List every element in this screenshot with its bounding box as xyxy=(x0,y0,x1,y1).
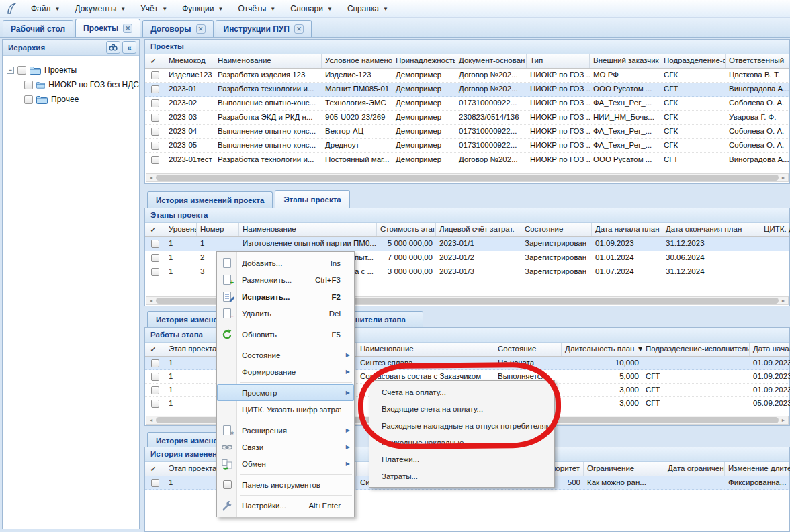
column-header[interactable]: Дата окончания план xyxy=(662,223,760,236)
menu-item-state[interactable]: Состояние▶ xyxy=(217,347,354,363)
tab-project-history[interactable]: История изменений проекта xyxy=(147,191,273,208)
tree-item-projects[interactable]: − Проекты xyxy=(7,62,139,77)
column-header[interactable]: Номер xyxy=(197,223,239,236)
menu-help[interactable]: Справка▼ xyxy=(341,2,395,15)
column-header[interactable]: Лицевой счёт затрат. xyxy=(436,223,521,236)
column-header[interactable]: ✓ xyxy=(145,343,165,356)
menu-functions[interactable]: Функции▼ xyxy=(175,2,230,15)
column-header[interactable]: ЦИТК. Д xyxy=(760,223,790,236)
column-header[interactable]: Ответственный xyxy=(726,54,790,68)
submenu-item[interactable]: Затраты... xyxy=(369,468,554,484)
column-header[interactable]: Мнемокод xyxy=(165,54,214,68)
table-row[interactable]: Изделие123Разработка изделия 123 Изделие… xyxy=(145,69,789,83)
table-row[interactable]: 2023-01Разработка технологии и... Магнит… xyxy=(145,83,789,97)
column-header[interactable]: Длительность план ▼ xyxy=(562,343,642,356)
scroll-right-icon[interactable]: ► xyxy=(779,175,788,180)
row-checkbox[interactable] xyxy=(151,359,159,367)
menu-item-add[interactable]: Добавить...Ins xyxy=(217,255,354,271)
tab-contracts[interactable]: Договоры✕ xyxy=(142,20,213,37)
close-icon[interactable]: ✕ xyxy=(196,24,206,34)
menu-item-refresh[interactable]: ОбновитьF5 xyxy=(217,326,354,343)
scroll-left-icon[interactable]: ◄ xyxy=(146,298,156,303)
column-header[interactable]: Документ-основан xyxy=(455,54,527,68)
table-row[interactable]: 2023-02Выполнение опытно-конс... Техноло… xyxy=(145,97,789,111)
table-row[interactable]: 2023-05Выполнение опытно-конс... Дредноу… xyxy=(145,139,789,153)
row-checkbox[interactable] xyxy=(151,114,159,122)
menu-item-edit[interactable]: Исправить...F2 xyxy=(217,288,354,305)
scroll-left-icon[interactable]: ◄ xyxy=(146,175,156,180)
menu-item-formation[interactable]: Формирование▶ xyxy=(217,363,354,380)
column-header[interactable]: Дата ограничения xyxy=(664,462,725,476)
column-header[interactable]: Наименование xyxy=(239,223,377,236)
row-checkbox[interactable] xyxy=(151,128,159,136)
row-checkbox[interactable] xyxy=(151,479,159,487)
row-checkbox[interactable] xyxy=(151,85,159,93)
row-checkbox[interactable] xyxy=(151,268,159,276)
row-checkbox[interactable] xyxy=(151,99,159,107)
tab-projects[interactable]: Проекты✕ xyxy=(75,19,140,37)
menu-item-toolbar[interactable]: Панель инструментов xyxy=(217,476,354,493)
column-header[interactable]: Наименование xyxy=(357,343,494,356)
submenu-item[interactable]: Платежи... xyxy=(369,451,554,468)
row-checkbox[interactable] xyxy=(151,71,159,79)
tree-item-other[interactable]: Прочее xyxy=(7,92,139,107)
column-header[interactable]: ✓ xyxy=(145,54,165,68)
search-icon[interactable] xyxy=(106,41,120,54)
menu-accounting[interactable]: Учёт▼ xyxy=(134,2,174,15)
column-header[interactable]: Ограничение xyxy=(584,462,664,476)
menu-item-duplicate[interactable]: + Размножить...Ctrl+F3 xyxy=(217,271,354,288)
table-row[interactable]: 2023-01тестРазработка технологии и... По… xyxy=(145,153,789,167)
tab-desktop[interactable]: Рабочий стол xyxy=(3,20,73,37)
column-header[interactable]: Наименование xyxy=(214,54,322,68)
row-checkbox[interactable] xyxy=(151,400,159,408)
scrollbar-thumb[interactable] xyxy=(156,175,779,181)
column-header[interactable]: Состояние xyxy=(494,343,562,356)
row-checkbox[interactable] xyxy=(151,254,159,262)
menu-item-exchange[interactable]: Обмен▶ xyxy=(217,455,354,472)
menu-reports[interactable]: Отчёты▼ xyxy=(231,2,282,15)
table-row[interactable]: 2023-04Выполнение опытно-конс... Вектор-… xyxy=(145,125,789,139)
column-header[interactable]: Тип xyxy=(527,54,590,68)
scroll-right-icon[interactable]: ► xyxy=(779,418,788,423)
column-header[interactable]: Дата начал xyxy=(750,343,790,356)
tree-item-niokr[interactable]: НИОКР по ГОЗ без НДС xyxy=(7,77,139,92)
tab-instructions[interactable]: Инструкции ПУП✕ xyxy=(216,20,312,37)
scroll-left-icon[interactable]: ◄ xyxy=(146,418,156,423)
horizontal-scrollbar[interactable]: ◄► xyxy=(146,173,789,182)
menu-item-extensions[interactable]: * Расширения▶ xyxy=(217,422,354,439)
row-checkbox[interactable] xyxy=(151,142,159,150)
column-header[interactable]: Стоимость этапа xyxy=(377,223,436,236)
tree-checkbox[interactable] xyxy=(17,66,26,75)
column-header[interactable]: Уровень xyxy=(165,223,197,236)
column-header[interactable]: ✓ xyxy=(145,462,165,476)
column-header[interactable]: Подразделение-от xyxy=(660,54,726,68)
column-header[interactable]: Принадлежность xyxy=(392,54,455,68)
menu-item-links[interactable]: Связи▶ xyxy=(217,439,354,455)
menu-item-citk-cost-code[interactable]: ЦИТК. Указать шифр затрат... xyxy=(217,401,354,418)
scroll-right-icon[interactable]: ► xyxy=(779,298,788,303)
menu-item-settings[interactable]: Настройки...Alt+Enter xyxy=(217,497,354,514)
tab-project-stages[interactable]: Этапы проекта xyxy=(275,190,349,208)
collapse-panel-icon[interactable]: « xyxy=(122,41,136,54)
row-checkbox[interactable] xyxy=(151,156,159,164)
column-header[interactable]: Условное наименова xyxy=(322,54,392,68)
close-icon[interactable]: ✕ xyxy=(294,24,304,34)
menu-item-delete[interactable]: − УдалитьDel xyxy=(217,305,354,322)
column-header[interactable]: Подразделение-исполнитель.. xyxy=(642,343,750,356)
tree-checkbox[interactable] xyxy=(24,95,33,104)
row-checkbox[interactable] xyxy=(151,240,159,248)
close-icon[interactable]: ✕ xyxy=(123,24,132,33)
column-header[interactable]: Изменение длител xyxy=(725,462,790,476)
column-header[interactable]: ✓ xyxy=(145,223,165,236)
column-header[interactable]: Дата начала план xyxy=(592,223,662,236)
row-checkbox[interactable] xyxy=(151,386,159,394)
tree-checkbox[interactable] xyxy=(24,81,33,89)
menu-file[interactable]: Файл▼ xyxy=(24,2,67,15)
column-header[interactable]: Состояние xyxy=(521,223,592,236)
table-row[interactable]: 2023-03Разработка ЭКД и РКД н... 905-U02… xyxy=(145,111,789,125)
collapse-node-icon[interactable]: − xyxy=(7,66,14,74)
column-header[interactable]: Внешний заказчик xyxy=(590,54,660,68)
menu-dictionaries[interactable]: Словари▼ xyxy=(283,2,339,15)
menu-item-view[interactable]: Просмотр▶ xyxy=(217,384,354,401)
table-row[interactable]: 11 Изготовление опытной партии ПМ0...5 0… xyxy=(145,237,789,251)
